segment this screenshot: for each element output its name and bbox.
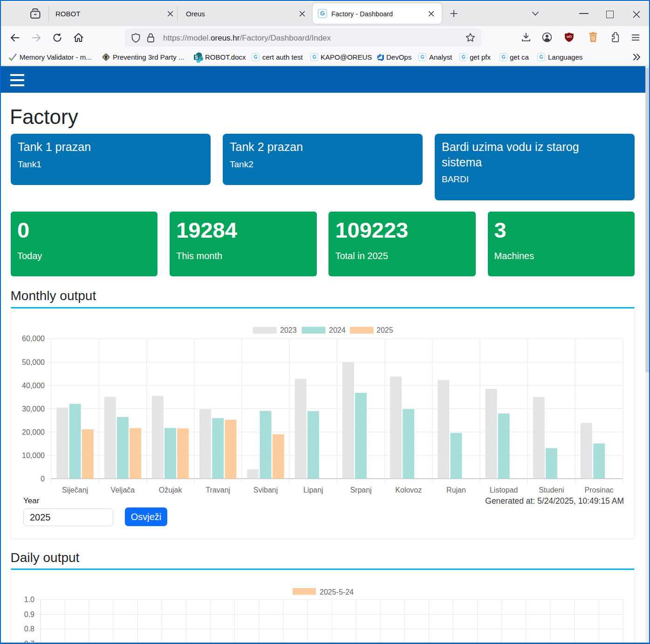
- svg-text:0.8: 0.8: [24, 625, 34, 633]
- svg-text:50,000: 50,000: [22, 358, 45, 366]
- svg-text:10,000: 10,000: [22, 452, 45, 459]
- svg-text:Siječanj: Siječanj: [62, 486, 88, 494]
- svg-text:2025-5-24: 2025-5-24: [320, 588, 354, 596]
- svg-text:40,000: 40,000: [22, 382, 45, 390]
- svg-text:Svibanj: Svibanj: [253, 486, 278, 494]
- svg-text:0.9: 0.9: [24, 610, 34, 618]
- svg-text:Srpanj: Srpanj: [350, 486, 371, 494]
- svg-text:Prosinac: Prosinac: [585, 486, 614, 494]
- svg-text:Lipanj: Lipanj: [303, 486, 323, 494]
- svg-text:20,000: 20,000: [22, 428, 45, 436]
- svg-text:Travanj: Travanj: [205, 486, 230, 494]
- svg-text:Kolovoz: Kolovoz: [395, 486, 422, 494]
- svg-text:0.7: 0.7: [24, 640, 34, 643]
- svg-text:60,000: 60,000: [22, 335, 45, 343]
- svg-text:Listopad: Listopad: [490, 486, 518, 494]
- svg-text:Rujan: Rujan: [446, 486, 466, 494]
- svg-text:30,000: 30,000: [22, 405, 45, 413]
- svg-text:0: 0: [41, 475, 45, 483]
- svg-text:Ožujak: Ožujak: [159, 486, 183, 494]
- svg-text:S: S: [195, 55, 198, 60]
- svg-text:Studeni: Studeni: [539, 486, 564, 494]
- svg-text:1.0: 1.0: [24, 596, 34, 603]
- svg-text:2025: 2025: [376, 326, 393, 334]
- svg-text:2024: 2024: [329, 326, 346, 334]
- svg-text:Veljača: Veljača: [111, 486, 135, 494]
- svg-text:2023: 2023: [280, 326, 297, 334]
- svg-text:uO: uO: [567, 34, 572, 39]
